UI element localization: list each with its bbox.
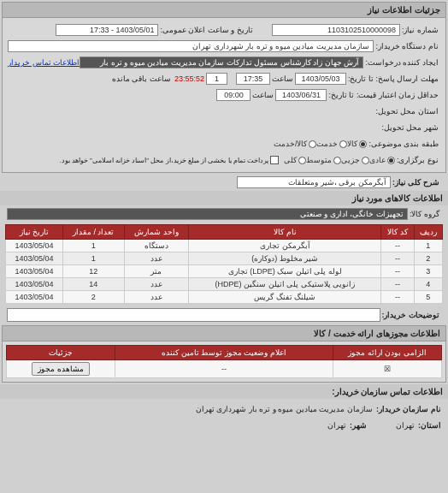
announce-label: تاریخ و ساعت اعلان عمومی: <box>158 26 255 34</box>
number-label: شماره نیاز: <box>400 26 440 34</box>
col-header: جزئیات <box>7 346 115 360</box>
proc-opt1-radio[interactable]: عادی <box>369 156 395 164</box>
license-table: الزامی بودن ارائه مجوزاعلام وضعیت مجوز ت… <box>6 345 442 378</box>
license-header: اطلاعات مجوزهای ارائه خدمت / کالا <box>3 326 445 342</box>
radio-icon <box>298 157 306 164</box>
proc-opt2-radio[interactable]: جزیی <box>341 156 369 164</box>
col-header: واحد شمارش <box>124 225 189 240</box>
view-license-button[interactable]: مشاهده مجوز <box>32 362 90 376</box>
cat-service-text: خدمت <box>316 140 338 148</box>
deadline-time: 17:35 <box>236 73 270 85</box>
number-value: 1103102510000098 <box>272 24 400 36</box>
deadline-label: مهلت ارسال پاسخ: تا تاریخ: <box>346 74 440 83</box>
table-row: 4--زانویی پلاستیکی پلی اتیلن سنگین (HDPE… <box>6 278 443 291</box>
buyer-contact-link[interactable]: اطلاعات تماس خریدار <box>8 58 80 67</box>
cat-goods-service-radio[interactable]: کالا/خدمت <box>274 140 317 148</box>
radio-icon <box>359 140 367 148</box>
license-status: -- <box>115 360 333 378</box>
radio-icon <box>333 157 341 164</box>
col-header: تاریخ نیاز <box>6 225 63 240</box>
cat-service-radio[interactable]: خدمت <box>316 140 347 148</box>
table-row: 1--آبگرمکن تجاریدستگاه11403/05/04 <box>6 240 443 252</box>
buyer-desc-label: توضیحات خریدار: <box>380 311 442 319</box>
license-panel: اطلاعات مجوزهای ارائه خدمت / کالا الزامی… <box>2 325 446 383</box>
province-label: استان محل تحویل: <box>374 107 440 116</box>
need-desc-value: آبگرمکن برقی ،شیر ومتعلقات <box>237 176 391 188</box>
cat-goods-service-text: کالا/خدمت <box>274 140 308 148</box>
mandatory-icon: ☒ <box>384 365 391 373</box>
table-row: 5--شیلنگ تفنگ گریسعدد21403/05/04 <box>6 291 443 304</box>
time-label-2: ساعت <box>251 91 275 99</box>
requester-value: آرش جهان زاد کارشناس مسئول تدارکات سازما… <box>80 56 363 68</box>
process-notes: پرداخت تمام یا بخشی از مبلغ خرید،از محل … <box>57 157 270 164</box>
proc-opt4-radio[interactable]: کلی <box>284 156 306 164</box>
radio-icon <box>362 157 369 164</box>
contact-org-value: سازمان مدیریت میادین میوه و تره بار شهرد… <box>194 405 374 413</box>
panel-header: جزئیات اطلاعات نیاز <box>3 3 445 18</box>
city-label: شهر محل تحویل: <box>380 123 440 132</box>
contact-prov-value: تهران <box>394 421 416 430</box>
process-label: نوع برگزاری: <box>395 156 440 164</box>
need-desc-label: شرح کلی نیاز: <box>391 178 441 187</box>
radio-icon <box>309 140 316 148</box>
announce-value: 1403/05/01 - 17:33 <box>56 24 158 36</box>
requester-label: ایجاد کننده درخواست: <box>363 58 440 67</box>
radio-icon <box>387 157 395 164</box>
contact-section-title: اطلاعات تماس سازمان خریدار: <box>0 384 448 399</box>
goods-group-label: گروه کالا: <box>408 210 441 218</box>
goods-group-value: تجهیزات خانگی، اداری و صنعتی <box>7 208 408 220</box>
col-header: تعداد / مقدار <box>62 225 124 240</box>
min-valid-label: حداقل زمان اعتبار قیمت: تا تاریخ: <box>327 91 440 99</box>
deadline-date: 1403/05/03 <box>295 73 346 85</box>
countdown: 23:55:52 <box>173 74 206 83</box>
col-header: کد کالا <box>381 225 414 240</box>
table-row: 3--لوله پلی اتیلن سبک (LDPE) تجاریمتر121… <box>6 265 443 278</box>
time-label-1: ساعت <box>270 74 295 83</box>
contact-city-value: تهران <box>326 421 348 430</box>
goods-section-title: اطلاعات کالاهای مورد نیاز <box>0 191 448 205</box>
cat-goods-text: کالا <box>347 140 357 148</box>
remain-label: ساعت باقی مانده <box>110 74 173 83</box>
contact-city-label: شهر: <box>348 421 368 430</box>
min-valid-date: 1403/06/31 <box>275 89 327 101</box>
process-checkbox[interactable] <box>270 156 279 164</box>
col-header: نام کالا <box>189 225 381 240</box>
min-valid-time: 09:00 <box>216 89 251 101</box>
goods-table: ردیفکد کالانام کالاواحد شمارشتعداد / مقد… <box>5 224 443 304</box>
buyer-desc-value <box>7 308 380 322</box>
contact-prov-label: استان: <box>416 421 443 430</box>
qty-box: 1 <box>206 73 227 85</box>
col-header: الزامی بودن ارائه مجوز <box>333 346 441 360</box>
need-details-panel: جزئیات اطلاعات نیاز شماره نیاز: 11031025… <box>2 2 446 173</box>
col-header: اعلام وضعیت مجوز توسط تامین کننده <box>115 346 333 360</box>
table-row: 2--شیر مخلوط (دوکاره)عدد11403/05/04 <box>6 252 443 265</box>
col-header: ردیف <box>414 225 442 240</box>
proc-opt3-radio[interactable]: متوسط <box>306 156 341 164</box>
category-label: طبقه بندی موضوعی: <box>367 140 440 148</box>
table-row: ☒ -- مشاهده مجوز <box>7 360 442 378</box>
cat-goods-radio[interactable]: کالا <box>347 140 367 148</box>
buyer-name-label: نام دستگاه خریدار: <box>374 42 440 50</box>
contact-org-label: نام سازمان خریدار: <box>374 405 443 413</box>
radio-icon <box>339 140 347 148</box>
buyer-name-value: سازمان مدیریت میادین میوه و تره بار شهرد… <box>8 40 374 52</box>
